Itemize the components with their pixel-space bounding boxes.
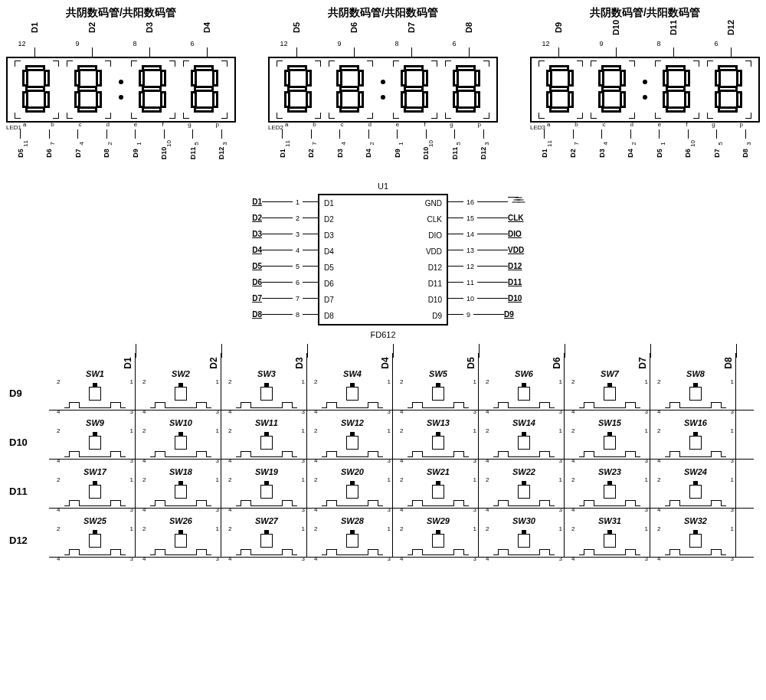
switch-icon [579,434,640,457]
pin-net: D6 [45,149,53,158]
pin-num: 12 [466,263,474,270]
switch-ref: SW18 [138,467,224,476]
pin-net: D4 [203,22,212,33]
ic-pin-name: D5 [324,263,334,272]
net-label: D9 [504,310,535,319]
ic-net-right: 15 CLK [448,210,563,226]
ic-pin-name: D2 [324,215,334,224]
switch-ref: SW10 [138,418,224,427]
pin-net: D7 [713,149,721,158]
pin: 4 D3 [596,129,608,166]
matrix-col-label: D8 [653,358,738,368]
gnd-icon [508,197,523,208]
pin-num: 5 [716,142,723,145]
matrix-row-label: D9 [6,388,52,399]
ic-pin-name: D3 [324,231,334,240]
pin-num: 9 [600,40,604,47]
switch-icon [236,385,297,408]
pin-net: D6 [350,22,359,33]
net-label: DIO [508,230,538,238]
pin: D6 9 [345,23,364,57]
pin: D7 8 [403,23,421,57]
pin-num: 10 [427,140,434,147]
switch-ref: SW5 [395,369,481,378]
pin-net: D2 [307,149,315,158]
seven-seg-digit [277,61,321,119]
switch-icon [236,483,297,506]
col-wire [135,353,136,557]
pad-num: 1 [645,476,648,483]
switch-icon [322,385,383,408]
pin: 10 D10 [158,129,170,166]
pad-num: 1 [302,427,305,434]
ic-pin-name: CLK [427,215,442,224]
pad-num: 2 [142,476,146,483]
pin-num: 7 [573,142,580,145]
pin: 2 D4 [624,129,637,166]
net-label: D11 [508,278,538,286]
ic-net-right: 14 DIO [448,226,563,242]
pad-num: 2 [400,427,403,434]
ic-left-pins: D1 1 D2 2 D3 3 D4 4 [226,194,318,322]
pad-num: 2 [57,378,60,385]
pin-num: 8 [296,311,300,319]
pad-num: 1 [645,525,648,532]
pin-num: 2 [368,142,375,145]
pad-num: 1 [731,378,734,385]
pad-num: 2 [657,378,660,385]
matrix-col-label: D4 [309,358,395,368]
switch-ref: SW8 [653,369,738,378]
seven-seg-digit [707,61,751,119]
matrix-grid: D9 SW1 21 43 SW2 21 43 SW3 21 43 SW4 21 [6,368,760,564]
display-row: 共阴数码管/共阳数码管D1 12 D2 9 D3 8 D4 6 [6,6,760,166]
pin-net: D6 [684,149,692,158]
net-label: VDD [508,246,538,254]
pin-num: 7 [49,142,56,145]
pin-num: 2 [630,142,637,145]
pad-num: 2 [228,476,231,483]
ic-pin-name: GND [425,199,442,208]
pad-num: 1 [130,476,133,483]
matrix-col-label: D2 [138,358,224,368]
pin: 4 D7 [72,129,84,166]
pin: 11 D1 [538,129,551,166]
pad-num: 1 [473,427,476,434]
pad-num: 2 [571,525,574,532]
ic-pin-name: D12 [428,263,442,272]
display-title: 共阴数码管/共阳数码管 [530,6,760,20]
switch-icon [150,434,211,457]
seven-seg-frame [6,57,236,123]
pin-num: 11 [546,140,553,147]
switch-ref: SW4 [309,369,395,378]
display-top-pins: D5 12 D6 9 D7 8 D8 6 [268,23,498,57]
switch-icon [64,434,126,457]
pin-num: 16 [466,198,474,206]
pin-num: 1 [659,142,666,145]
switch-ref: SW25 [52,516,138,525]
pad-num: 2 [142,525,146,532]
pin: 4 D3 [334,129,346,166]
matrix-col-label: D6 [481,358,567,368]
switch-icon [493,385,555,408]
matrix-col-label: D5 [395,358,481,368]
pad-num: 1 [645,427,648,434]
switch-ref: SW30 [481,516,567,525]
ic-pin-row: D3 DIO [319,227,447,244]
matrix-col-headers: D1D2D3D4D5D6D7D8 [52,358,760,368]
pad-num: 1 [388,476,391,483]
pin-net: D10 [612,20,621,35]
switch-icon [665,434,726,457]
pin: 5 D11 [449,129,461,166]
ic-pin-row: D4 VDD [319,244,447,260]
pin-net: D2 [569,149,577,158]
pin-num: 1 [397,142,404,145]
pad-num: 2 [314,378,317,385]
switch-icon [64,385,126,408]
col-wire [392,353,393,557]
ic-pin-row: D7 D10 [319,292,447,308]
pad-num: 2 [314,525,317,532]
pin: D12 6 [722,23,741,57]
row-wire [49,410,754,411]
pad-num: 1 [216,378,219,385]
pad-num: 1 [473,476,476,483]
